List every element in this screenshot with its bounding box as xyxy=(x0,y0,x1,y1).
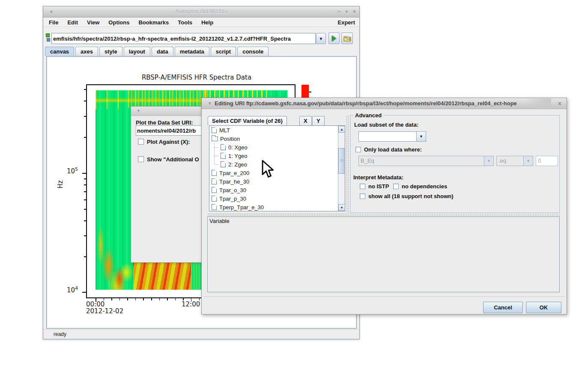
no-istp-label: no ISTP xyxy=(368,183,389,190)
tree-item-tpar-o-30[interactable]: Tpar_o_30 xyxy=(209,186,345,194)
y-tick-label-1e4: 104 xyxy=(67,285,78,294)
scroll-up-button[interactable]: ▲ xyxy=(338,126,345,133)
chevron-down-icon: ▼ xyxy=(523,156,533,166)
tree-item-xgeo[interactable]: 0: Xgeo xyxy=(209,143,345,151)
file-icon xyxy=(221,144,226,150)
only-load-checkbox[interactable] xyxy=(355,147,361,152)
chevron-down-icon: ▼ xyxy=(484,156,493,166)
window-title: Autoplot 20190221a xyxy=(43,8,359,15)
where-op-combobox[interactable]: .eq ▼ xyxy=(496,156,533,166)
tree-connector xyxy=(214,143,218,151)
menu-bookmarks[interactable]: Bookmarks xyxy=(138,19,169,26)
editing-dialog-title: Editing URI ftp://cdaweb.gsfc.nasa.gov/p… xyxy=(215,100,549,107)
ok-button[interactable]: OK xyxy=(526,302,561,313)
tree-item-tperp-tpar-e-30[interactable]: Tperp_Tpar_e_30 xyxy=(209,203,345,211)
y-tick-label-1e5: 105 xyxy=(67,166,78,175)
play-icon xyxy=(332,36,336,42)
plot-against-label: Plot Against (X): xyxy=(147,139,190,145)
menu-options[interactable]: Options xyxy=(108,19,129,26)
maximize-button[interactable]: + xyxy=(345,8,349,15)
file-icon xyxy=(212,170,217,176)
where-value-field[interactable]: 0 xyxy=(536,156,558,166)
show-all-checkbox[interactable] xyxy=(360,193,365,199)
file-icon xyxy=(212,204,217,210)
load-subset-label: Load subset of the data: xyxy=(354,122,418,128)
uri-dropdown-button[interactable]: ▼ xyxy=(316,33,326,44)
horizontal-splitter[interactable] xyxy=(207,213,560,216)
tab-select-cdf-variable[interactable]: Select CDF Variable (of 26) xyxy=(208,116,287,125)
minimize-button[interactable]: − xyxy=(337,8,341,15)
tree-item-zgeo[interactable]: 2: Zgeo xyxy=(209,160,345,169)
menu-file[interactable]: File xyxy=(49,19,58,26)
tab-layout[interactable]: layout xyxy=(124,47,150,56)
main-tab-bar: canvas axes style layout data metadata s… xyxy=(45,47,269,56)
folder-search-icon xyxy=(343,35,351,42)
title-fade xyxy=(525,98,551,109)
go-plot-button[interactable] xyxy=(328,33,340,44)
menu-bar: File Edit View Options Bookmarks Tools H… xyxy=(43,18,359,27)
uri-dialog-menu-icon[interactable]: ▼ xyxy=(137,109,140,113)
subset-combobox[interactable]: ▼ xyxy=(358,131,426,142)
expert-label[interactable]: Expert xyxy=(338,19,355,26)
no-dependencies-checkbox[interactable] xyxy=(393,184,399,189)
tree-scrollbar[interactable]: ▲ ▼ xyxy=(338,126,345,211)
editing-dialog-menu-icon[interactable]: ▼ xyxy=(208,101,212,106)
advanced-group: Advanced Load subset of the data: ▼ Only… xyxy=(350,115,560,213)
tree-item-tpar-e-200[interactable]: Tpar_e_200 xyxy=(209,169,345,177)
tree-item-position[interactable]: Position xyxy=(209,134,345,143)
cdf-variable-tree[interactable]: MLT Position 0: Xgeo 1: Ygeo 2: Zgeo Tpa… xyxy=(209,125,345,211)
uri-address-input[interactable] xyxy=(51,33,316,44)
menu-tools[interactable]: Tools xyxy=(178,19,192,26)
show-all-label: show all (18 support not shown) xyxy=(368,193,454,199)
mouse-cursor xyxy=(260,160,276,179)
tree-connector xyxy=(214,160,218,164)
uri-dialog-label: Plot the Data Set URI: xyxy=(136,119,193,126)
plot-against-checkbox[interactable] xyxy=(138,139,144,145)
tree-item-mlt[interactable]: MLT xyxy=(209,126,345,134)
status-text: ready xyxy=(54,331,66,337)
scroll-down-button[interactable]: ▼ xyxy=(338,204,345,211)
no-dependencies-label: no dependencies xyxy=(402,183,447,190)
colorbar-tick xyxy=(309,92,311,92)
tab-axes[interactable]: axes xyxy=(75,47,98,56)
editing-dialog-titlebar[interactable]: ▼ Editing URI ftp://cdaweb.gsfc.nasa.gov… xyxy=(202,98,567,109)
tab-metadata[interactable]: metadata xyxy=(175,47,209,56)
tree-item-tpar-he-30[interactable]: Tpar_he_30 xyxy=(209,177,345,186)
tree-item-ygeo[interactable]: 1: Ygeo xyxy=(209,151,345,160)
where-field-combobox[interactable]: B_Eq ▼ xyxy=(358,156,494,166)
window-titlebar[interactable]: ▼ Autoplot 20190221a − + × xyxy=(43,6,359,18)
menu-help[interactable]: Help xyxy=(201,19,213,26)
tab-y[interactable]: Y xyxy=(312,116,325,125)
file-icon xyxy=(221,161,226,167)
vertical-splitter[interactable] xyxy=(346,115,349,213)
menu-edit[interactable]: Edit xyxy=(67,19,78,26)
inspect-file-button[interactable] xyxy=(341,33,353,44)
show-additional-checkbox[interactable] xyxy=(138,156,144,162)
variable-panel: Variable xyxy=(207,217,560,292)
tab-x[interactable]: X xyxy=(299,116,312,125)
tab-canvas[interactable]: canvas xyxy=(45,47,74,56)
plot-title: RBSP-A/EMFISIS HFR Spectra Data xyxy=(111,74,282,81)
tab-console[interactable]: console xyxy=(237,47,269,56)
cancel-button[interactable]: Cancel xyxy=(483,302,523,313)
up-arrow-icon: ▲ xyxy=(340,128,343,131)
advanced-group-title: Advanced xyxy=(353,112,383,119)
tree-item-tpar-p-30[interactable]: Tpar_p_30 xyxy=(209,194,345,203)
down-arrow-icon: ▼ xyxy=(340,206,343,210)
tab-style[interactable]: style xyxy=(99,47,122,56)
tab-data[interactable]: data xyxy=(152,47,173,56)
file-icon xyxy=(212,196,217,202)
file-icon xyxy=(212,178,217,184)
colorbar[interactable] xyxy=(301,85,309,99)
file-icon xyxy=(212,187,217,193)
tab-script[interactable]: script xyxy=(211,47,236,56)
status-bar: ready xyxy=(43,329,359,339)
scrollbar-thumb[interactable] xyxy=(338,148,345,174)
show-additional-label: Show "Additional O xyxy=(147,156,199,163)
menu-view[interactable]: View xyxy=(87,19,99,26)
x-tick-label-1200: 12:00 xyxy=(182,300,200,308)
no-istp-checkbox[interactable] xyxy=(360,184,365,189)
close-button[interactable]: × xyxy=(352,8,356,15)
editing-dialog-close-button[interactable]: × xyxy=(558,100,561,107)
chevron-down-icon: ▼ xyxy=(416,132,426,141)
